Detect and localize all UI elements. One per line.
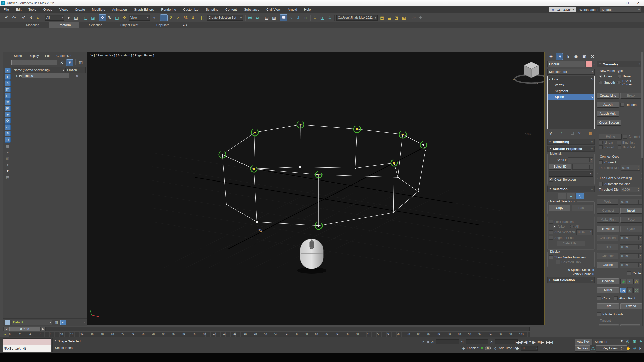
command-panel-scrollbar[interactable] — [642, 52, 643, 326]
bind-first-checkbox[interactable] — [617, 141, 621, 144]
unlink-selection-icon[interactable]: ☌ — [27, 14, 34, 21]
selection-lock-icon[interactable]: ⚿ — [423, 340, 425, 344]
orbit-icon[interactable]: ⊙ — [632, 345, 637, 351]
rollout-selection[interactable]: ▼Selection⠿ — [547, 186, 595, 192]
attach-mult-button[interactable]: Attach Mult. — [597, 111, 619, 117]
scene-explorer-menu[interactable]: Edit — [42, 54, 54, 58]
menu-item[interactable]: Arnold — [284, 6, 301, 13]
previous-frame-slider-button[interactable]: ◀ — [4, 327, 9, 331]
attach-button[interactable]: Attach — [597, 102, 619, 108]
stack-segment-row[interactable]: Segment — [548, 88, 594, 94]
set-keys-icon[interactable]: ⁂ — [591, 347, 595, 351]
mirror-button[interactable]: Mirror — [597, 287, 619, 293]
subobject-spline-icon[interactable]: ∿ — [576, 193, 584, 199]
filter-config-icon[interactable]: ▼ — [5, 162, 11, 168]
select-and-place-icon[interactable]: ❖ — [121, 14, 128, 21]
column-frozen[interactable]: Frozen — [65, 68, 85, 72]
select-and-rotate-icon[interactable]: ↻ — [106, 14, 113, 21]
active-modifier-icon[interactable]: ∿ — [591, 77, 593, 81]
render-setup-icon[interactable]: ☕ — [311, 14, 319, 21]
redo-icon[interactable]: ↷ — [10, 14, 18, 21]
modifier-list-dropdown[interactable]: Modifier List ▾ — [547, 69, 595, 75]
maximize-button[interactable]: ▢ — [622, 0, 633, 6]
set-id-spinner[interactable]: ▴▾ — [568, 157, 593, 163]
modifier-stack[interactable]: ▼Line ∿ Vertex Segment Spline ∿ — [547, 76, 595, 129]
curve-editor-icon[interactable]: ∿ — [287, 14, 295, 21]
ribbon-tab-populate[interactable]: Populate — [148, 22, 178, 28]
sort-ascending-icon[interactable]: ▲ — [62, 69, 64, 71]
time-slider-handle[interactable]: 0 / 100 — [9, 327, 40, 331]
snaps-toggle-icon[interactable]: ↑ — [160, 14, 168, 21]
mirror-icon[interactable]: ⋈ — [246, 14, 254, 21]
rollout-geometry[interactable]: ▼Geometry⠿ — [597, 61, 642, 67]
fillet-button[interactable]: Fillet — [597, 244, 618, 250]
filter-toggle-icon[interactable]: ▼ — [5, 168, 11, 174]
render-production-icon[interactable]: ☕ — [326, 14, 333, 21]
rendered-frame-window-icon[interactable]: ◫ — [319, 14, 326, 21]
tab-hierarchy-icon[interactable]: ⋔ — [564, 53, 571, 60]
visibility-eye-icon[interactable]: ⊙ — [16, 74, 19, 78]
menu-item[interactable]: Group — [40, 6, 56, 13]
cross-section-button[interactable]: Cross Section — [597, 120, 621, 126]
tab-create-icon[interactable]: ✚ — [547, 53, 555, 60]
user-account-menu[interactable]: ☻ CGBUMP ▾ — [549, 7, 576, 12]
set-key-button[interactable]: Set Key — [575, 345, 590, 352]
select-and-link-icon[interactable]: ☍ — [20, 14, 27, 21]
menu-item[interactable]: Help — [301, 6, 314, 13]
named-selection-paste-button[interactable]: Paste — [572, 205, 593, 211]
pan-view-icon[interactable]: ✋ — [626, 345, 631, 351]
display-geometry-icon[interactable]: ● — [5, 68, 11, 73]
go-to-end-icon[interactable]: ▶▶| — [546, 339, 553, 346]
toggle-ribbon-icon[interactable]: ▦ — [280, 14, 287, 21]
menu-item[interactable]: Views — [56, 6, 71, 13]
mirror-vertical-icon[interactable]: ⋈ — [627, 287, 633, 293]
zoom-all-icon[interactable]: ⚲ — [626, 339, 631, 344]
named-selection-set-dropdown[interactable]: Create Selection Set▾ — [207, 15, 243, 21]
mirror-both-icon[interactable]: ⤬ — [633, 288, 639, 293]
select-object-icon[interactable]: ➤ — [65, 14, 72, 21]
ribbon-tab-freeform[interactable]: Freeform — [49, 22, 79, 28]
edit-container-icon[interactable]: ⬕ — [400, 14, 408, 21]
boolean-subtract-icon[interactable]: ◐ — [627, 279, 633, 284]
about-pivot-checkbox[interactable] — [614, 296, 618, 300]
crossinsert-spinner[interactable]: 0.0m▴▾ — [620, 235, 642, 241]
cycle-button[interactable]: Cycle — [620, 226, 642, 232]
select-and-move-icon[interactable]: ✛ — [99, 14, 106, 21]
previous-frame-icon[interactable]: ◀| — [522, 339, 530, 346]
toolbar-drag-handle[interactable] — [1, 14, 2, 21]
absolute-mode-icon[interactable]: ⌗ — [427, 340, 429, 344]
display-spacewarps-icon[interactable]: ≋ — [5, 99, 11, 105]
selection-set-icon[interactable]: ▤ — [5, 143, 11, 149]
make-first-button[interactable]: Make First — [597, 217, 619, 223]
mini-curve-editor-button[interactable]: ∿ — [1, 332, 8, 337]
make-unique-icon[interactable]: ❏ — [570, 130, 575, 136]
stack-vertex-row[interactable]: Vertex — [548, 82, 594, 88]
named-selection-copy-button[interactable]: Copy — [549, 205, 570, 211]
workspace-dropdown[interactable]: Default ▾ — [600, 7, 641, 13]
tab-utilities-icon[interactable]: ⚒ — [589, 53, 596, 60]
reorient-checkbox[interactable] — [620, 103, 624, 107]
tangent-copy-button[interactable]: Copy — [599, 324, 619, 326]
percent-snap-icon[interactable]: % — [182, 14, 189, 21]
ce-tools-icon[interactable]: ✚ — [417, 14, 424, 21]
closed-checkbox[interactable] — [599, 145, 603, 149]
clear-selection-checkbox[interactable] — [549, 178, 553, 182]
zoom-extents-icon[interactable]: ▣ — [632, 339, 637, 344]
window-crossing-icon[interactable]: ◪ — [89, 14, 97, 21]
menu-item[interactable]: Content — [222, 6, 240, 13]
zoom-extents-all-icon[interactable]: ❖ — [638, 339, 644, 344]
area-selection-spinner[interactable]: 0.0m▴▾ — [576, 229, 593, 235]
tab-modify-icon[interactable]: ◳ — [556, 53, 563, 60]
viewport-label[interactable]: [ + ] [ Perspective ] [ Standard ] [ Edg… — [90, 54, 154, 57]
menu-item[interactable]: Customize — [180, 6, 202, 13]
linear-radio[interactable] — [599, 75, 602, 78]
materials-icon[interactable]: ■ — [5, 150, 11, 155]
configure-modifier-sets-icon[interactable]: ▦ — [587, 130, 593, 136]
threshold-dist-spinner[interactable]: 0.0m▴▾ — [621, 165, 640, 171]
ribbon-tab-modeling[interactable]: Modeling — [18, 22, 48, 28]
rollout-soft-selection[interactable]: ►Soft Selection⠿ — [547, 277, 595, 283]
y-coordinate-field[interactable] — [466, 339, 488, 344]
maximize-viewport-icon[interactable]: ◰ — [638, 345, 644, 351]
scene-explorer-search-input[interactable] — [11, 60, 57, 65]
frozen-toggle-icon[interactable]: ❅ — [69, 74, 86, 78]
